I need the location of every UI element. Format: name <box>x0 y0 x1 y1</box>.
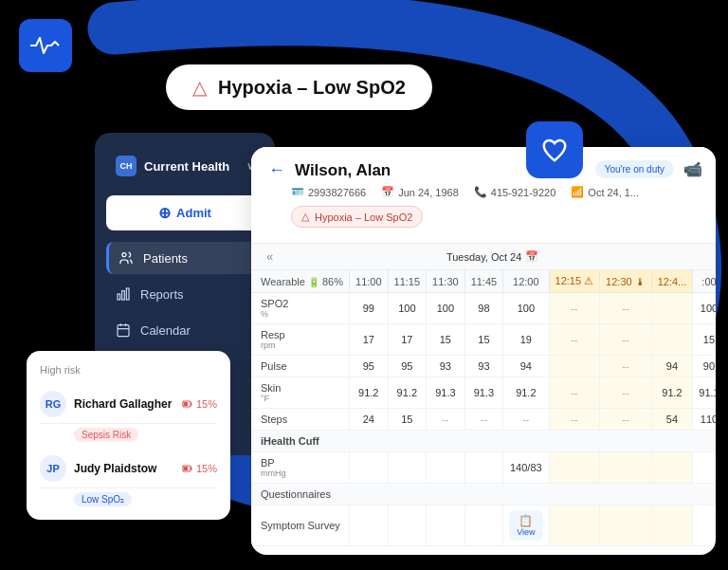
steps-row: Steps 24 15 -- -- -- -- -- 54 110 110 <box>251 409 716 431</box>
resp-row: Resp rpm 17 17 15 15 19 -- -- 15 15 <box>251 324 716 356</box>
spo2-1215: -- <box>549 293 600 324</box>
spo2-1115: 100 <box>388 293 427 324</box>
timeline-header: « Tuesday, Oct 24 📅 <box>251 244 716 270</box>
bp-row: BP mmHg 140/83 <box>251 452 716 484</box>
col-1245: 12:4... <box>651 270 693 293</box>
col-1215: 12:15 ⚠ <box>549 270 600 293</box>
pulse-1100: 95 <box>350 356 389 377</box>
prev-nav-button[interactable]: « <box>261 249 279 264</box>
date-label: Tuesday, Oct 24 📅 <box>446 250 538 263</box>
resp-1230: -- <box>600 324 652 356</box>
svg-rect-11 <box>184 402 188 406</box>
resp-1245 <box>651 324 693 356</box>
battery-icon-2 <box>182 463 193 474</box>
video-icon[interactable]: 📹 <box>683 160 702 178</box>
skin-row: Skin °F 91.2 91.2 91.3 91.3 91.2 -- -- 9… <box>251 377 716 409</box>
back-button[interactable]: ← <box>268 160 285 180</box>
spo2-1230: -- <box>600 293 652 324</box>
pulse-label: Pulse <box>251 356 350 377</box>
signal-icon: 📶 <box>571 186 584 198</box>
reports-label: Reports <box>140 287 184 302</box>
sidebar-item-calendar[interactable]: Calendar <box>106 314 264 346</box>
spo2-1245 <box>651 293 693 324</box>
steps-label: Steps <box>251 409 350 431</box>
sidebar-header[interactable]: CH Current Health ∨ <box>106 148 264 184</box>
risk-label: High risk <box>40 364 217 376</box>
patient-info-row: 🪪 2993827666 📅 Jun 24, 1968 📞 415-921-92… <box>291 186 699 198</box>
sidebar-item-patients[interactable]: Patients <box>106 242 264 274</box>
plus-icon: ⊕ <box>158 204 171 222</box>
spo2-100: 100 <box>693 293 716 324</box>
svg-rect-4 <box>118 325 129 337</box>
users-icon <box>118 250 134 266</box>
ihealth-section-row: iHealth Cuff <box>251 431 716 452</box>
svg-rect-3 <box>126 288 129 300</box>
patient-row-2[interactable]: JP Judy Plaidstow 15% <box>40 450 217 488</box>
steps-1100: 24 <box>350 409 389 431</box>
cal-small-icon: 📅 <box>525 250 538 263</box>
patient-date: 📶 Oct 24, 1... <box>571 186 639 198</box>
patient-pct-2: 15% <box>182 463 217 474</box>
data-table: Wearable 🔋 86% 11:00 11:15 11:30 11:45 1… <box>251 270 716 550</box>
skin-1100: 91.2 <box>350 377 389 409</box>
pulse-1115: 95 <box>388 356 427 377</box>
pulse-row: Pulse 95 95 93 93 94 -- 94 90 87 <box>251 356 716 377</box>
svg-rect-2 <box>122 291 125 300</box>
admit-button[interactable]: ⊕ Admit <box>106 195 264 230</box>
svg-rect-13 <box>191 468 192 470</box>
resp-1100: 17 <box>350 324 389 356</box>
skin-1130: 91.3 <box>427 377 465 409</box>
pulse-1145: 93 <box>464 356 503 377</box>
patient-row-1[interactable]: RG Richard Gallagher 15% <box>40 385 217 424</box>
pulse-1200: 94 <box>503 356 549 377</box>
patient-phone: 📞 415-921-9220 <box>474 186 556 198</box>
heart-button[interactable] <box>526 121 583 178</box>
symptom-survey-row: Symptom Survey 📋 View <box>251 506 716 546</box>
alert-text: Hypoxia – Low SpO2 <box>218 77 406 99</box>
col-1145: 11:45 <box>464 270 503 293</box>
svg-rect-14 <box>184 467 188 470</box>
pulse-1230: -- <box>600 356 652 377</box>
calendar-label: Calendar <box>140 323 191 338</box>
view-btn-cell[interactable]: 📋 View <box>503 506 549 546</box>
steps-1130: -- <box>427 409 465 431</box>
calendar-icon <box>116 322 131 338</box>
wearable-header: Wearable 🔋 86% <box>251 270 350 293</box>
column-header-row: Wearable 🔋 86% 11:00 11:15 11:30 11:45 1… <box>251 270 716 293</box>
patient-id: 🪪 2993827666 <box>291 186 366 198</box>
panel-top-right: You're on duty 📹 <box>595 160 702 178</box>
resp-1200: 19 <box>503 324 549 356</box>
spo2-row: SPO2 % 99 100 100 98 100 -- -- 100 100 <box>251 293 716 324</box>
view-label: View <box>517 527 535 537</box>
skin-100: 91.1 <box>693 377 716 409</box>
steps-1200: -- <box>503 409 549 431</box>
battery-pct-header: 86% <box>322 276 343 287</box>
view-button[interactable]: 📋 View <box>509 510 542 541</box>
skin-1145: 91.3 <box>464 377 503 409</box>
questionnaires-section-row: Questionnaires <box>251 484 716 506</box>
col-1100: 11:00 <box>350 270 389 293</box>
spo2-label: SPO2 % <box>251 293 350 324</box>
bp-value: 140/83 <box>503 452 549 484</box>
bar-chart-icon <box>116 286 131 302</box>
spo2-1200: 100 <box>503 293 549 324</box>
resp-label: Resp rpm <box>251 324 350 356</box>
patient-avatar-1: RG <box>40 391 66 417</box>
svg-rect-10 <box>191 403 192 406</box>
org-badge: CH <box>116 156 136 176</box>
skin-1245: 91.2 <box>651 377 693 409</box>
spo2-1100: 99 <box>350 293 389 324</box>
svg-point-0 <box>122 253 126 257</box>
patient-dob: 📅 Jun 24, 1968 <box>381 186 459 198</box>
id-icon: 🪪 <box>291 186 304 198</box>
view-icon: 📋 <box>519 514 533 527</box>
sidebar-item-reports[interactable]: Reports <box>106 278 264 310</box>
col-1130: 11:30 <box>427 270 465 293</box>
battery-icon-1 <box>182 398 193 410</box>
skin-label: Skin °F <box>251 377 350 409</box>
hypoxia-badge: △ Hypoxia – Low SpO2 <box>291 206 423 228</box>
skin-1215: -- <box>549 377 600 409</box>
col-1200: 12:00 <box>503 270 549 293</box>
admit-label: Admit <box>176 206 211 220</box>
skin-1115: 91.2 <box>388 377 427 409</box>
